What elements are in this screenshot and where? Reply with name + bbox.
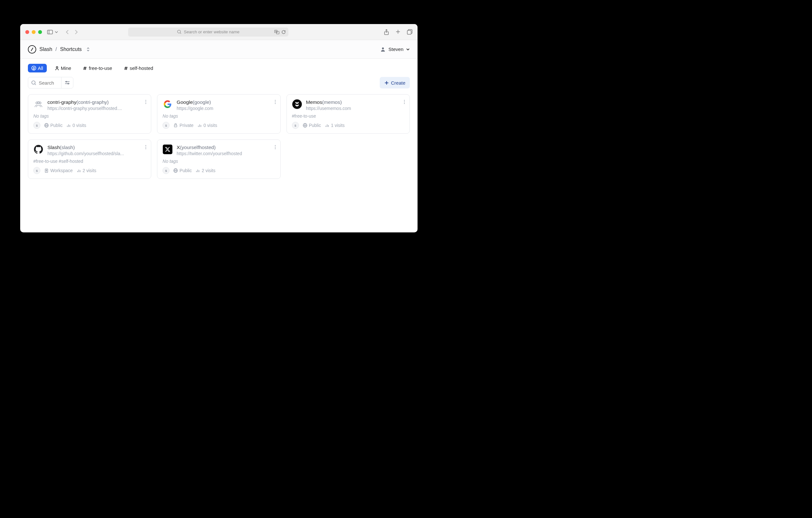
card-more-button[interactable] <box>144 98 148 106</box>
filter-self-hosted[interactable]: self-hosted <box>120 64 157 73</box>
tabs-icon[interactable] <box>407 29 412 35</box>
plus-icon <box>384 81 389 85</box>
svg-point-60 <box>145 148 146 149</box>
svg-point-59 <box>145 147 146 148</box>
app-header: Slash / Shortcuts Steven <box>20 40 417 59</box>
filter-all[interactable]: All <box>28 64 47 73</box>
svg-rect-45 <box>174 125 177 127</box>
close-window-button[interactable] <box>25 30 29 34</box>
card-slug: (google) <box>193 99 211 105</box>
shortcut-card[interactable]: X(yourselfhosted) https://twitter.com/yo… <box>157 139 280 179</box>
svg-point-2 <box>177 30 180 33</box>
sidebar-toggle[interactable] <box>47 30 58 34</box>
card-more-button[interactable] <box>273 144 277 151</box>
filter-mine[interactable]: Mine <box>51 64 75 73</box>
visits-count: 2 visits <box>77 168 96 173</box>
svg-point-58 <box>145 145 146 146</box>
app-name: Slash <box>39 47 52 52</box>
card-slug: (contri-graphy) <box>76 99 109 105</box>
filter-settings-button[interactable] <box>61 81 73 85</box>
search-input[interactable] <box>39 80 58 86</box>
visits-count: 0 visits <box>66 123 86 128</box>
translate-icon[interactable] <box>274 30 280 34</box>
create-label: Create <box>391 80 405 86</box>
shortcut-card[interactable]: Google(google) https://google.com No tag… <box>157 94 280 134</box>
visits-label: 0 visits <box>203 123 217 128</box>
forward-button[interactable] <box>75 29 78 35</box>
svg-line-3 <box>180 33 181 34</box>
card-slug: (memos) <box>322 99 342 105</box>
slash-logo-icon <box>28 45 36 54</box>
card-title: Slash(slash) <box>48 144 124 151</box>
svg-point-27 <box>68 83 69 84</box>
card-url: https://github.com/yourselfhosted/sla... <box>48 151 124 156</box>
svg-line-21 <box>126 67 127 70</box>
svg-line-20 <box>125 67 126 70</box>
visibility-badge: Workspace <box>44 168 73 173</box>
page-switcher[interactable] <box>86 47 90 52</box>
more-vertical-icon <box>404 100 405 104</box>
share-icon[interactable] <box>384 29 389 35</box>
owner-avatar: s <box>163 122 170 129</box>
search-box <box>28 77 74 88</box>
svg-point-32 <box>145 103 146 104</box>
user-name: Steven <box>388 47 403 52</box>
svg-point-51 <box>404 103 405 104</box>
reload-icon[interactable] <box>281 30 286 34</box>
user-icon <box>380 47 386 52</box>
visibility-icon <box>173 123 178 127</box>
svg-point-68 <box>274 145 276 146</box>
sliders-icon <box>65 81 70 85</box>
new-tab-icon[interactable] <box>396 29 401 34</box>
visits-label: 2 visits <box>202 168 215 173</box>
card-more-button[interactable] <box>403 98 406 106</box>
card-slug: (slash) <box>60 145 75 150</box>
card-more-button[interactable] <box>144 144 148 151</box>
create-button[interactable]: Create <box>380 77 410 88</box>
visibility-badge: Public <box>44 123 62 128</box>
hash-icon <box>124 66 128 70</box>
back-button[interactable] <box>66 29 69 35</box>
card-favicon <box>163 99 173 109</box>
breadcrumb[interactable]: Slash / Shortcuts <box>28 45 90 54</box>
filter-free-label: free-to-use <box>89 65 112 71</box>
card-title: Memos(memos) <box>306 99 351 106</box>
svg-point-31 <box>145 102 146 103</box>
browser-window: Search or enter website name Slash / Sho… <box>20 24 417 232</box>
more-vertical-icon <box>274 145 276 149</box>
card-slug: (yourselfhosted) <box>180 145 216 150</box>
filter-free-to-use[interactable]: free-to-use <box>79 64 116 73</box>
svg-point-22 <box>32 81 35 84</box>
svg-point-44 <box>274 103 276 104</box>
visibility-badge: Public <box>303 123 321 128</box>
svg-point-43 <box>274 102 276 103</box>
address-bar[interactable]: Search or enter website name <box>128 28 288 36</box>
shortcut-card[interactable]: Memos(memos) https://usememos.com #free-… <box>287 94 410 134</box>
visibility-icon <box>303 123 307 127</box>
more-vertical-icon <box>145 100 146 104</box>
card-more-button[interactable] <box>273 98 277 106</box>
chart-icon <box>77 169 81 172</box>
compass-icon <box>31 66 36 70</box>
svg-point-13 <box>56 66 58 68</box>
visibility-badge: Private <box>173 123 194 128</box>
user-menu[interactable]: Steven <box>380 47 410 52</box>
svg-point-49 <box>404 100 405 101</box>
maximize-window-button[interactable] <box>38 30 42 34</box>
visibility-label: Public <box>50 123 62 128</box>
card-favicon <box>33 144 44 154</box>
filter-mine-label: Mine <box>61 65 71 71</box>
visibility-label: Public <box>309 123 321 128</box>
card-url: https://usememos.com <box>306 106 351 111</box>
card-no-tags: No tags <box>163 159 275 164</box>
card-tags: #free-to-use <box>292 113 404 119</box>
shortcut-card[interactable]: contri-graphy(contri-graphy) https://con… <box>28 94 151 134</box>
minimize-window-button[interactable] <box>32 30 35 34</box>
visits-label: 0 visits <box>72 123 86 128</box>
search-icon <box>177 30 181 34</box>
owner-avatar: s <box>33 167 40 174</box>
chevron-down-icon <box>406 48 410 51</box>
card-title: X(yourselfhosted) <box>177 144 242 151</box>
shortcut-card[interactable]: Slash(slash) https://github.com/yourself… <box>28 139 151 179</box>
visibility-label: Private <box>179 123 194 128</box>
